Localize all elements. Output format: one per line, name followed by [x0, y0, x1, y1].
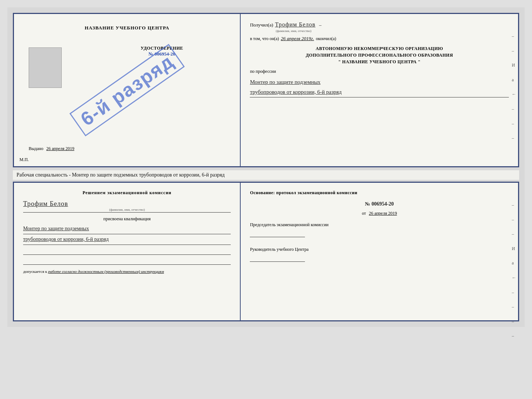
protocol-date: 26 апреля 2019 [369, 211, 397, 216]
caption-text: Рабочая специальность - Монтер по защите… [17, 172, 224, 178]
vydano-block: Выдано 26 апреля 2019 [29, 146, 229, 152]
recipient-name: Трофим Белов [275, 21, 316, 28]
name-subtitle-top: (фамилия, имя, отчество) [276, 29, 509, 33]
bottom-name-block: Трофим Белов (фамилия, имя, отчество) [23, 200, 231, 213]
bottom-certificate: Решением экзаменационной комиссии Трофим… [13, 182, 519, 321]
bottom-name-subtitle: (фамилия, имя, отчество) [23, 208, 231, 211]
osnovanie-label: Основание: протокол экзаменационной коми… [250, 190, 509, 196]
cert-left-panel: НАЗВАНИЕ УЧЕБНОГО ЦЕНТРА УДОСТОВЕРЕНИЕ №… [14, 14, 241, 166]
org-line1: АВТОНОМНУЮ НЕКОММЕРЧЕСКУЮ ОРГАНИЗАЦИЮ [250, 45, 509, 52]
vydano-label: Выдано [29, 146, 43, 151]
protocol-number: № 006954-20 [250, 201, 509, 207]
po-professii: по профессии [250, 69, 509, 74]
rukovoditel-block: Руководитель учебного Центра [250, 246, 509, 262]
bottom-recipient-name: Трофим Белов [23, 200, 68, 207]
okonchil-label: окончил(а) [316, 36, 336, 42]
caption-between: Рабочая специальность - Монтер по защите… [13, 170, 519, 180]
dopuskaetsya-block: допускается к работе согласно должностны… [23, 269, 231, 274]
dash-after-name: – [319, 22, 322, 28]
chairman-title: Председатель экзаменационной комиссии [250, 222, 509, 228]
poluchil-label: Получил(а) [250, 22, 273, 28]
udost-block: УДОСТОВЕРЕНИЕ № 006954-20 [95, 46, 229, 57]
org-line3: " НАЗВАНИЕ УЧЕБНОГО ЦЕНТРА " [250, 58, 509, 65]
page-container: НАЗВАНИЕ УЧЕБНОГО ЦЕНТРА УДОСТОВЕРЕНИЕ №… [7, 7, 525, 327]
empty-line-2 [23, 257, 231, 265]
bottom-profession-line2: трубопроводов от коррозии, 6-й разряд [23, 234, 231, 245]
mp-text: М.П. [19, 157, 29, 163]
resheniem-title: Решением экзаменационной комиссии [23, 190, 231, 196]
vtom-date: 26 апреля 2019г. [281, 36, 314, 42]
udost-number: № 006954-20 [95, 51, 229, 57]
chairman-signature-line [250, 230, 305, 237]
profession-line2: трубопроводов от коррозии, 6-й разряд [250, 87, 509, 97]
profession-block: Монтер по защите подземных трубопроводов… [250, 77, 509, 97]
vydano-date: 26 апреля 2019 [46, 146, 74, 151]
ot-date: от 26 апреля 2019 [250, 211, 509, 216]
rukovoditel-signature-line [250, 254, 305, 262]
cert-top-title: НАЗВАНИЕ УЧЕБНОГО ЦЕНТРА [85, 25, 169, 31]
right-side-marks: – – И а ← – – – [512, 32, 516, 142]
rukovoditel-title: Руководитель учебного Центра [250, 246, 509, 253]
udost-title: УДОСТОВЕРЕНИЕ [95, 46, 229, 51]
bottom-profession-block: Монтер по защите подземных трубопроводов… [23, 224, 231, 245]
ot-prefix: от [362, 211, 366, 216]
chairman-block: Председатель экзаменационной комиссии [250, 222, 509, 237]
vtom-label: в том, что он(а) [250, 36, 279, 42]
org-line2: ДОПОЛНИТЕЛЬНОГО ПРОФЕССИОНАЛЬНОГО ОБРАЗО… [250, 52, 509, 58]
empty-line-1 [23, 247, 231, 255]
dopusk-text: работе согласно должностным (производств… [48, 269, 164, 274]
profession-line1: Монтер по защите подземных [250, 77, 509, 87]
cert-right-panel: – – И а ← – – – Получил(а) Трофим Белов … [241, 14, 518, 166]
poluchil-line: Получил(а) Трофим Белов – [250, 21, 509, 28]
prisvoena-label: присвоена квалификация [23, 216, 231, 222]
bottom-left-panel: Решением экзаменационной комиссии Трофим… [14, 183, 241, 320]
dopuskaetsya-label: допускается к [23, 269, 47, 274]
bottom-right-panel: – – – И а ← – – – – Основание: протокол … [241, 183, 518, 320]
right-side-marks2: – – – И а ← – – – – [512, 201, 516, 340]
org-block: АВТОНОМНУЮ НЕКОММЕРЧЕСКУЮ ОРГАНИЗАЦИЮ ДО… [250, 45, 509, 65]
bottom-profession-line1: Монтер по защите подземных [23, 224, 231, 234]
vtom-line: в том, что он(а) 26 апреля 2019г. окончи… [250, 36, 509, 42]
photo-placeholder [29, 47, 62, 88]
top-certificate: НАЗВАНИЕ УЧЕБНОГО ЦЕНТРА УДОСТОВЕРЕНИЕ №… [13, 13, 519, 167]
